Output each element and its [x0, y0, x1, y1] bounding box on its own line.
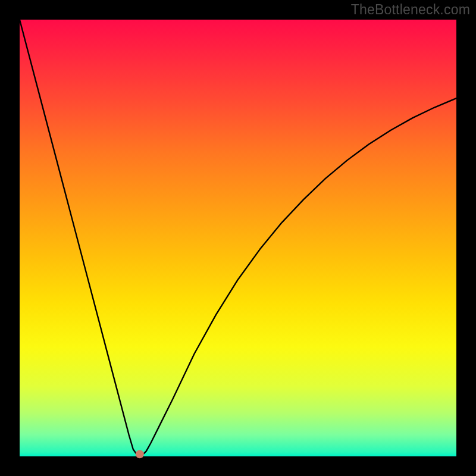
chart-frame: TheBottleneck.com: [0, 0, 476, 476]
svg-point-0: [136, 450, 144, 458]
plot-area: [20, 20, 456, 456]
bottleneck-curve: [20, 20, 456, 456]
watermark-text: TheBottleneck.com: [351, 2, 470, 18]
